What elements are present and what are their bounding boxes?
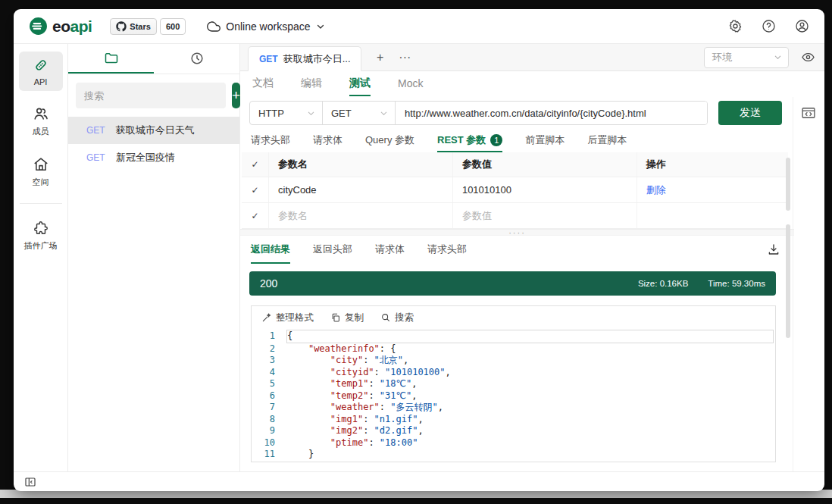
tab-request-headers[interactable]: 请求头部 bbox=[251, 130, 290, 152]
open-document-tab[interactable]: GET 获取城市今日... bbox=[248, 46, 361, 71]
param-tabs: 请求头部 请求体 Query 参数 REST 参数 1 前置脚本 后置脚本 bbox=[240, 130, 824, 152]
code-line[interactable]: 1{ bbox=[252, 330, 775, 343]
tab-test[interactable]: 测试 bbox=[349, 71, 371, 96]
puzzle-icon bbox=[33, 220, 49, 236]
workspace-switcher[interactable]: Online workspace bbox=[207, 20, 324, 33]
code-line[interactable]: 4 "cityid": "101010100", bbox=[252, 367, 775, 379]
code-snippet-icon[interactable] bbox=[801, 105, 816, 121]
protocol-select[interactable]: HTTP bbox=[250, 102, 323, 124]
url-input[interactable] bbox=[396, 102, 707, 124]
environment-select[interactable]: 环境 bbox=[704, 47, 789, 68]
code-line[interactable]: 8 "img1": "n1.gif", bbox=[252, 414, 775, 426]
format-button[interactable]: 整理格式 bbox=[261, 311, 314, 324]
folder-icon bbox=[104, 51, 119, 66]
param-name-input[interactable] bbox=[278, 184, 443, 196]
tab-sent-body[interactable]: 请求体 bbox=[375, 236, 405, 264]
sidebar-item-label: 空间 bbox=[33, 177, 49, 188]
api-list: GET 获取城市今日天气 GET 新冠全国疫情 bbox=[68, 117, 239, 171]
copy-button[interactable]: 复制 bbox=[330, 311, 364, 324]
tab-api-group[interactable] bbox=[68, 44, 154, 74]
user-avatar-icon[interactable] bbox=[794, 19, 809, 34]
column-header-name: 参数名 bbox=[269, 152, 453, 177]
module-sidebar: API 成员 空间 插件广场 bbox=[14, 44, 68, 471]
tab-post-script[interactable]: 后置脚本 bbox=[587, 130, 627, 152]
code-line[interactable]: 12} bbox=[252, 461, 775, 462]
method-select[interactable]: GET bbox=[323, 102, 396, 124]
tab-sent-headers[interactable]: 请求头部 bbox=[427, 236, 467, 264]
param-name-input[interactable] bbox=[278, 210, 443, 221]
row-checkbox[interactable]: ✓ bbox=[242, 203, 269, 228]
tab-edit[interactable]: 编辑 bbox=[301, 71, 322, 96]
chevron-down-icon bbox=[307, 109, 315, 117]
param-value-input[interactable] bbox=[462, 210, 627, 221]
param-value-input[interactable] bbox=[462, 184, 627, 196]
line-content: } bbox=[286, 461, 774, 462]
code-line[interactable]: 5 "temp1": "18℃", bbox=[252, 378, 775, 390]
tab-history[interactable] bbox=[154, 44, 239, 74]
sidebar-item-label: 成员 bbox=[33, 126, 49, 137]
delete-row-link[interactable]: 删除 bbox=[646, 183, 666, 197]
help-icon[interactable] bbox=[761, 19, 776, 34]
search-code-button[interactable]: 搜索 bbox=[380, 311, 414, 324]
code-line[interactable]: 10 "ptime": "18:00" bbox=[252, 437, 775, 449]
api-list-item[interactable]: GET 获取城市今日天气 bbox=[68, 117, 239, 144]
more-tabs-button[interactable]: ··· bbox=[399, 52, 411, 64]
table-header-row: ✓ 参数名 参数值 操作 bbox=[242, 152, 788, 177]
line-number: 1 bbox=[252, 330, 286, 343]
search-row: + bbox=[68, 74, 239, 117]
api-explorer-panel: + GET 获取城市今日天气 GET 新冠全国疫情 bbox=[68, 44, 240, 471]
settings-gear-icon[interactable] bbox=[727, 19, 743, 34]
tab-doc[interactable]: 文档 bbox=[252, 71, 274, 96]
top-navbar: eoapi Stars 600 Online workspace bbox=[14, 9, 824, 44]
tab-mock[interactable]: Mock bbox=[398, 71, 423, 96]
tab-response-headers[interactable]: 返回头部 bbox=[313, 236, 352, 264]
method-tag: GET bbox=[86, 152, 105, 163]
code-line[interactable]: 3 "city": "北京", bbox=[252, 355, 775, 367]
code-line[interactable]: 2 "weatherinfo": { bbox=[252, 343, 775, 355]
method-tag: GET bbox=[86, 125, 105, 136]
search-input[interactable] bbox=[76, 83, 226, 108]
line-content: "temp2": "31℃", bbox=[286, 390, 774, 402]
tab-response-result[interactable]: 返回结果 bbox=[251, 236, 290, 264]
code-line[interactable]: 9 "img2": "d2.gif", bbox=[252, 425, 775, 437]
sidebar-item-plugins[interactable]: 插件广场 bbox=[19, 214, 63, 256]
tab-request-body[interactable]: 请求体 bbox=[313, 130, 342, 152]
tab-pre-script[interactable]: 前置脚本 bbox=[525, 130, 565, 152]
select-all-checkbox[interactable]: ✓ bbox=[242, 152, 269, 177]
tab-query-params[interactable]: Query 参数 bbox=[365, 130, 414, 152]
send-button[interactable]: 发送 bbox=[718, 101, 782, 125]
environment-preview-eye-icon[interactable] bbox=[801, 50, 815, 64]
add-api-button[interactable]: + bbox=[232, 83, 240, 108]
download-response-icon[interactable] bbox=[767, 243, 780, 256]
code-lines[interactable]: 1{2 "weatherinfo": {3 "city": "北京",4 "ci… bbox=[252, 329, 775, 462]
code-line[interactable]: 7 "weather": "多云转阴", bbox=[252, 402, 775, 414]
sidebar-item-label: API bbox=[34, 77, 48, 86]
sidebar-item-space[interactable]: 空间 bbox=[19, 151, 63, 193]
tab-title: 获取城市今日... bbox=[283, 52, 351, 66]
line-content: "img1": "n1.gif", bbox=[286, 414, 774, 426]
github-stars-widget[interactable]: Stars 600 bbox=[110, 18, 186, 35]
chevron-down-icon bbox=[316, 22, 325, 31]
copy-icon bbox=[330, 312, 341, 323]
response-panel: 返回结果 返回头部 请求体 请求头部 200 Size: 0.16KB Time… bbox=[240, 236, 824, 471]
line-content: "city": "北京", bbox=[286, 355, 774, 367]
line-content: "weather": "多云转阴", bbox=[286, 402, 774, 414]
line-number: 3 bbox=[252, 355, 286, 367]
sidebar-item-api[interactable]: API bbox=[19, 52, 63, 91]
response-tabs: 返回结果 返回头部 请求体 请求头部 bbox=[249, 236, 776, 264]
eoapi-logo: eoapi bbox=[29, 17, 92, 36]
api-list-item[interactable]: GET 新冠全国疫情 bbox=[68, 144, 239, 171]
row-checkbox[interactable]: ✓ bbox=[242, 177, 269, 202]
code-line[interactable]: 11 } bbox=[252, 449, 775, 461]
new-tab-button[interactable]: + bbox=[377, 52, 383, 64]
code-line[interactable]: 6 "temp2": "31℃", bbox=[252, 390, 775, 402]
line-number: 2 bbox=[252, 343, 286, 355]
tab-rest-params[interactable]: REST 参数 1 bbox=[437, 130, 502, 152]
window-footer bbox=[14, 471, 824, 491]
panel-resize-handle[interactable]: ···· bbox=[240, 229, 794, 236]
scrollbar-thumb[interactable] bbox=[786, 158, 790, 211]
document-tab-strip: GET 获取城市今日... + ··· 环境 bbox=[240, 44, 824, 71]
sidebar-item-members[interactable]: 成员 bbox=[19, 100, 63, 142]
response-status-bar: 200 Size: 0.16KB Time: 59.30ms bbox=[249, 271, 776, 296]
collapse-sidebar-icon[interactable] bbox=[24, 476, 36, 488]
